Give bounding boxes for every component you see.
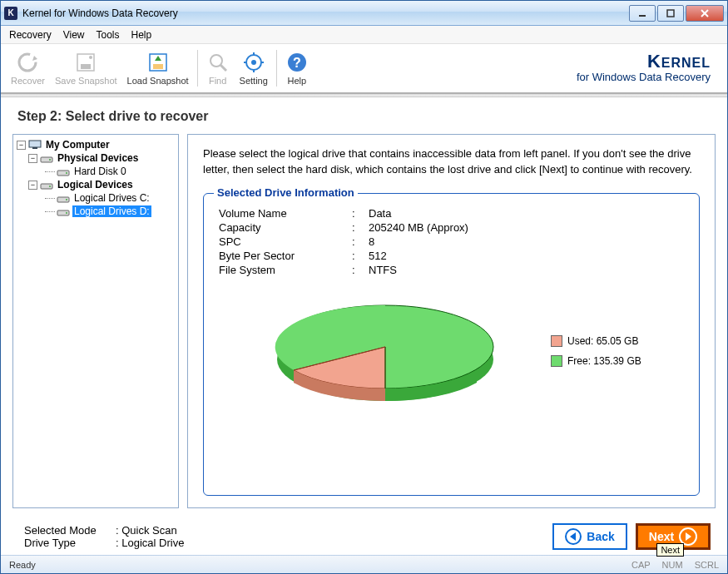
- menubar: Recovery View Tools Help: [1, 26, 727, 44]
- computer-icon: [28, 140, 42, 150]
- close-button[interactable]: [686, 5, 724, 22]
- svg-marker-38: [570, 532, 576, 541]
- setting-button[interactable]: Setting: [235, 46, 273, 91]
- brand-logo: KERNEL for Windows Data Recovery: [577, 51, 711, 83]
- tree-item-drive-c[interactable]: Logical Drives C:: [15, 191, 176, 205]
- arrow-left-icon: [565, 528, 582, 545]
- svg-point-27: [66, 172, 67, 174]
- window-controls: [627, 5, 724, 22]
- svg-text:?: ?: [293, 56, 301, 70]
- device-tree[interactable]: − My Computer − Physical Devices Hard Di…: [12, 134, 179, 508]
- step-title: Step 2: Select drive to recover: [1, 97, 727, 134]
- status-scrl: SCRL: [695, 560, 719, 570]
- footer-info: Selected Mode: Quick Scan Drive Type: Lo…: [24, 524, 184, 549]
- toolbar: Recover Save Snapshot Load Snapshot Find…: [1, 44, 727, 94]
- drive-icon: [40, 153, 53, 163]
- svg-point-12: [210, 55, 222, 67]
- menu-help[interactable]: Help: [131, 29, 152, 41]
- svg-rect-1: [667, 10, 674, 17]
- info-row: Volume Name:Data: [219, 207, 684, 220]
- statusbar: Ready CAP NUM SCRL: [1, 555, 727, 573]
- svg-rect-10: [153, 64, 163, 69]
- recover-icon: [16, 51, 39, 74]
- gear-icon: [242, 51, 265, 74]
- pie-legend: Used: 65.05 GB Free: 135.39 GB: [551, 327, 684, 375]
- svg-line-13: [220, 65, 226, 71]
- svg-point-31: [66, 199, 67, 200]
- drive-icon: [57, 166, 70, 176]
- used-swatch: [551, 335, 562, 347]
- collapse-icon[interactable]: −: [28, 181, 37, 190]
- svg-point-29: [49, 186, 51, 187]
- svg-point-4: [19, 54, 36, 71]
- status-ready: Ready: [9, 560, 36, 570]
- status-cap: CAP: [631, 560, 651, 570]
- find-button[interactable]: Find: [201, 46, 235, 91]
- info-row: File System:NTFS: [219, 264, 684, 276]
- toolbar-separator: [197, 50, 198, 87]
- tree-item-harddisk0[interactable]: Hard Disk 0: [15, 165, 176, 178]
- footer: Selected Mode: Quick Scan Drive Type: Lo…: [1, 517, 727, 555]
- svg-rect-22: [29, 141, 41, 147]
- legend-free: Free: 135.39 GB: [551, 355, 684, 367]
- drive-icon: [40, 180, 53, 190]
- svg-point-25: [49, 159, 51, 161]
- tree-root[interactable]: − My Computer: [15, 138, 176, 151]
- info-row: SPC:8: [219, 235, 684, 248]
- collapse-icon[interactable]: −: [28, 154, 37, 163]
- back-button[interactable]: Back: [552, 523, 627, 550]
- svg-marker-5: [32, 56, 37, 61]
- load-snapshot-icon: [146, 51, 170, 74]
- minimize-button[interactable]: [629, 5, 656, 22]
- menu-view[interactable]: View: [63, 29, 85, 41]
- drive-info-fieldset: Selected Drive Information Volume Name:D…: [203, 193, 700, 496]
- info-row: Capacity:205240 MB (Approx): [219, 221, 684, 234]
- svg-marker-11: [155, 56, 161, 61]
- next-tooltip: Next: [656, 543, 684, 557]
- load-snapshot-button[interactable]: Load Snapshot: [122, 46, 194, 91]
- menu-tools[interactable]: Tools: [96, 29, 119, 41]
- drive-icon: [57, 206, 70, 216]
- svg-point-15: [251, 60, 256, 65]
- save-snapshot-button[interactable]: Save Snapshot: [50, 46, 122, 91]
- window-title: Kernel for Windows Data Recovery: [22, 7, 627, 19]
- pie-chart-area: Used: 65.05 GB Free: 135.39 GB: [219, 285, 684, 418]
- save-snapshot-icon: [74, 51, 97, 74]
- help-icon: ?: [285, 51, 309, 74]
- svg-rect-7: [81, 64, 91, 69]
- app-window: K Kernel for Windows Data Recovery Recov…: [0, 0, 728, 574]
- menu-recovery[interactable]: Recovery: [9, 29, 52, 41]
- collapse-icon[interactable]: −: [17, 141, 26, 150]
- titlebar[interactable]: K Kernel for Windows Data Recovery: [1, 1, 727, 26]
- status-num: NUM: [662, 560, 683, 570]
- instruction-text: Please select the logical drive that con…: [203, 146, 700, 178]
- app-icon: K: [4, 7, 17, 20]
- svg-point-8: [89, 56, 92, 59]
- tree-physical[interactable]: − Physical Devices: [15, 151, 176, 165]
- footer-buttons: Back Next: [552, 523, 711, 550]
- pie-chart: [219, 285, 551, 418]
- content-panel: Please select the logical drive that con…: [187, 134, 716, 508]
- maximize-button[interactable]: [657, 5, 684, 22]
- svg-marker-39: [686, 532, 691, 541]
- help-button[interactable]: ? Help: [280, 46, 314, 91]
- recover-button[interactable]: Recover: [6, 46, 50, 91]
- drive-icon: [57, 193, 70, 203]
- svg-rect-23: [32, 147, 37, 149]
- info-row: Byte Per Sector:512: [219, 250, 684, 262]
- tree-item-drive-d[interactable]: Logical Drives D:: [15, 205, 176, 218]
- main-area: − My Computer − Physical Devices Hard Di…: [1, 134, 727, 517]
- free-swatch: [551, 355, 562, 367]
- tree-logical[interactable]: − Logical Devices: [15, 178, 176, 191]
- fieldset-legend: Selected Drive Information: [214, 186, 358, 199]
- find-icon: [206, 51, 230, 74]
- legend-used: Used: 65.05 GB: [551, 335, 684, 347]
- svg-point-33: [66, 212, 67, 214]
- toolbar-separator: [276, 50, 277, 87]
